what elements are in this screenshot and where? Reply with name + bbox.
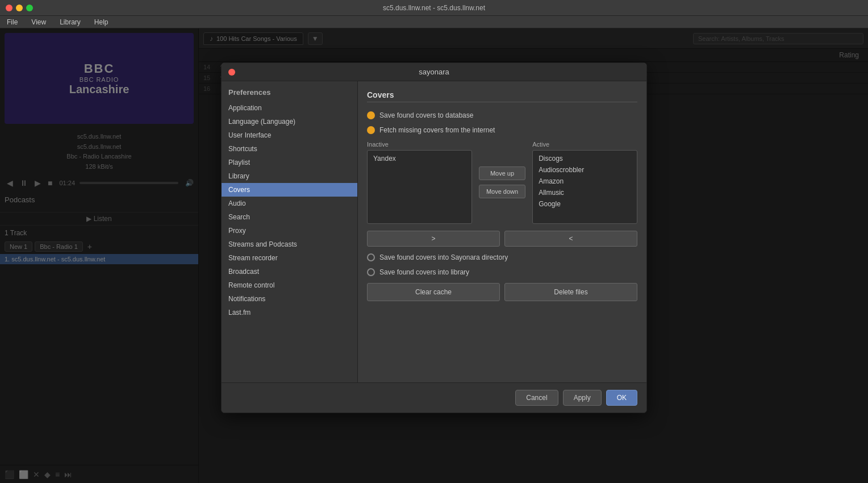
option-save-library: Save found covers into library [367,268,637,276]
menu-library[interactable]: Library [57,17,83,27]
active-item-audioscrobbler[interactable]: Audioscrobbler [535,164,635,176]
prefs-menu-item-notifications[interactable]: Notifications [222,292,357,306]
menu-view[interactable]: View [29,17,48,27]
active-item-discogs[interactable]: Discogs [535,153,635,164]
traffic-lights [6,5,33,11]
radio-save-covers[interactable] [367,111,375,119]
apply-button[interactable]: Apply [563,390,602,406]
prefs-menu-item-shortcuts[interactable]: Shortcuts [222,142,357,156]
menu-help[interactable]: Help [92,17,111,27]
minimize-button[interactable] [16,5,23,11]
radio-fetch-covers[interactable] [367,126,375,134]
preferences-sidebar: Preferences ApplicationLanguage (Languag… [222,81,358,382]
inactive-header: Inactive [367,141,472,148]
cancel-button[interactable]: Cancel [515,390,558,406]
radio-save-sayonara[interactable] [367,253,375,261]
move-up-button[interactable]: Move up [479,166,525,180]
preferences-menu: ApplicationLanguage (Language)User Inter… [222,101,357,319]
option-save-sayonara: Save found covers into Sayonara director… [367,253,637,261]
delete-files-button[interactable]: Delete files [504,283,637,301]
dialog-title: sayonara [419,68,449,76]
option-save-covers: Save found covers to database [367,111,637,119]
transfer-buttons-row: > < [367,231,637,247]
active-column: Active Discogs Audioscrobbler Amazon All… [532,141,637,224]
preferences-dialog: sayonara Preferences ApplicationLanguage… [221,63,647,413]
ok-button[interactable]: OK [606,390,637,406]
prefs-menu-item-audio[interactable]: Audio [222,197,357,210]
prefs-menu-item-library[interactable]: Library [222,169,357,183]
active-item-allmusic[interactable]: Allmusic [535,187,635,198]
dialog-titlebar: sayonara [222,63,646,81]
prefs-menu-item-search[interactable]: Search [222,210,357,224]
sources-section: Inactive Yandex Move up Move down Active… [367,141,637,224]
prefs-menu-item-application[interactable]: Application [222,101,357,115]
title-bar: sc5.dus.llnw.net - sc5.dus.llnw.net [0,0,868,16]
inactive-list: Yandex [367,150,472,224]
move-down-button[interactable]: Move down [479,185,525,198]
close-button[interactable] [6,5,12,11]
active-item-google[interactable]: Google [535,198,635,210]
option-save-sayonara-label: Save found covers into Sayonara director… [379,253,508,261]
prefs-menu-item-streams-and-podcasts[interactable]: Streams and Podcasts [222,238,357,251]
option-save-covers-label: Save found covers to database [379,111,473,119]
prefs-menu-item-stream-recorder[interactable]: Stream recorder [222,251,357,265]
option-save-library-label: Save found covers into library [379,268,469,276]
dialog-body: Preferences ApplicationLanguage (Languag… [222,81,646,382]
menu-file[interactable]: File [5,17,20,27]
modal-overlay: sayonara Preferences ApplicationLanguage… [0,28,868,483]
prefs-menu-item-user-interface[interactable]: User Interface [222,128,357,142]
transfer-right-button[interactable]: > [367,231,500,247]
maximize-button[interactable] [26,5,33,11]
prefs-menu-item-remote-control[interactable]: Remote control [222,278,357,292]
inactive-item-yandex[interactable]: Yandex [370,153,469,164]
preferences-content: Covers Save found covers to database Fet… [358,81,646,382]
window-title: sc5.dus.llnw.net - sc5.dus.llnw.net [383,4,485,12]
prefs-menu-item-covers[interactable]: Covers [222,183,357,197]
dialog-close-button[interactable] [228,69,235,76]
preferences-header: Preferences [222,86,357,101]
active-header: Active [532,141,637,148]
menu-bar: File View Library Help [0,16,868,28]
covers-section-heading: Covers [367,90,637,102]
move-buttons: Move up Move down [477,141,528,224]
prefs-menu-item-playlist[interactable]: Playlist [222,156,357,169]
dialog-footer: Cancel Apply OK [222,382,646,413]
active-item-amazon[interactable]: Amazon [535,176,635,187]
prefs-menu-item-last.fm[interactable]: Last.fm [222,306,357,319]
active-list: Discogs Audioscrobbler Amazon Allmusic G… [532,150,637,224]
prefs-menu-item-proxy[interactable]: Proxy [222,224,357,238]
prefs-menu-item-language-language[interactable]: Language (Language) [222,115,357,128]
option-fetch-covers-label: Fetch missing covers from the internet [379,126,495,134]
action-buttons-row: Clear cache Delete files [367,283,637,301]
radio-save-library[interactable] [367,268,375,276]
inactive-column: Inactive Yandex [367,141,472,224]
option-fetch-covers: Fetch missing covers from the internet [367,126,637,134]
transfer-left-button[interactable]: < [504,231,637,247]
prefs-menu-item-broadcast[interactable]: Broadcast [222,265,357,278]
clear-cache-button[interactable]: Clear cache [367,283,500,301]
